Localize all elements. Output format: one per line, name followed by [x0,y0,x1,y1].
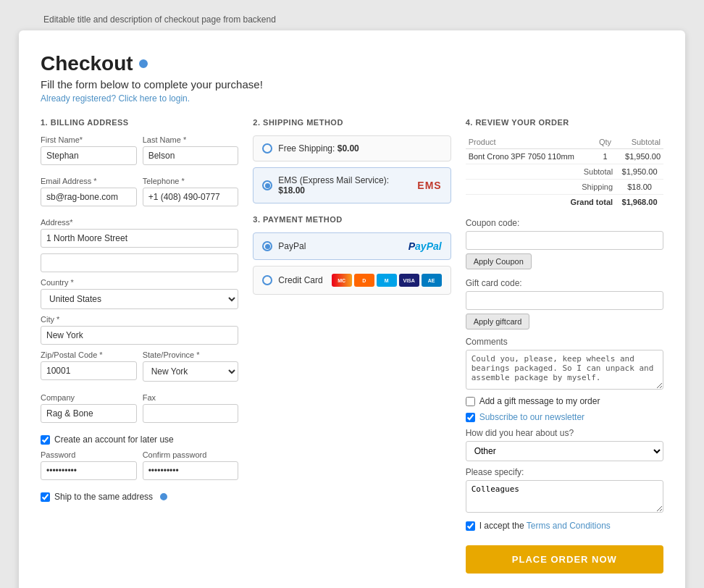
confirm-password-input[interactable] [143,461,239,480]
password-label: Password [41,450,137,459]
giftcard-section: Gift card code: Apply giftcard [466,278,663,329]
zip-input[interactable] [41,361,137,380]
password-input[interactable] [41,461,137,480]
password-group: Password [41,450,137,480]
checkout-card: Checkout Fill the form below to complete… [19,30,685,588]
comments-textarea[interactable]: Could you, please, keep wheels and beari… [466,350,663,390]
specify-label: Please specify: [466,467,663,477]
last-name-input[interactable] [143,146,239,165]
place-order-button[interactable]: PLACE ORDER NOW [466,545,663,574]
apply-giftcard-button[interactable]: Apply giftcard [466,314,530,329]
paypal-option[interactable]: PayPal PayPal [253,232,451,260]
create-account-row: Create an account for later use [41,434,238,445]
company-group: Company [41,393,137,423]
coupon-label: Coupon code: [466,218,663,228]
table-row: Bont Crono 3PF 7050 110mm 1 $1,950.00 [466,149,663,164]
free-shipping-option[interactable]: Free Shipping: $0.00 [253,135,451,161]
ship-same-row: Ship to the same address [41,492,238,502]
create-account-label: Create an account for later use [54,434,174,445]
apply-coupon-button[interactable]: Apply Coupon [466,253,532,269]
telephone-input[interactable] [143,188,239,206]
cc-icons: MC D M VISA AE [332,274,442,287]
shipping-section-title: 2. SHIPPING METHOD [253,118,451,127]
create-account-checkbox[interactable] [41,435,50,445]
zip-group: Zip/Postal Code * [41,350,137,382]
qty-col-header: Qty [595,135,616,149]
amex-icon: AE [422,274,442,287]
order-table: Product Qty Subtotal Bont Crono 3PF 7050… [466,135,663,209]
paypal-label: PayPal [278,241,306,251]
ship-same-checkbox[interactable] [41,492,50,502]
first-name-label: First Name* [41,135,137,144]
checkout-subtitle: Fill the form below to complete your pur… [41,78,663,91]
free-shipping-label: Free Shipping: $0.00 [278,143,359,154]
state-group: State/Province * New York California Tex… [143,350,239,382]
address-group: Address* [41,218,238,248]
last-name-label: Last Name * [143,135,239,144]
ems-shipping-radio[interactable] [262,180,272,190]
address-input[interactable] [41,229,238,248]
ems-shipping-option[interactable]: EMS (Express Mail Service): $18.00 EMS [253,167,451,203]
address2-input[interactable] [41,253,238,272]
email-input[interactable] [41,188,137,206]
giftcard-input[interactable] [466,291,663,310]
terms-checkbox[interactable] [466,521,475,531]
specify-textarea[interactable]: Colleagues [466,480,663,513]
grand-total-row: Grand total $1,968.00 [466,195,663,210]
ems-logo: EMS [417,180,441,191]
review-section: 4. REVIEW YOUR ORDER Product Qty Subtota… [466,118,663,574]
visa-icon: VISA [399,274,419,287]
title-indicator-icon [139,59,148,68]
sections-grid: 1. BILLING ADDRESS First Name* Last Name… [41,118,663,574]
how-label: How did you hear about us? [466,428,663,438]
address2-group [41,253,238,272]
email-label: Email Address * [41,177,137,185]
coupon-input[interactable] [466,231,663,250]
discover-icon: D [354,274,374,287]
fax-group: Fax [143,393,239,423]
terms-text: I accept the Terms and Conditions [479,521,611,531]
state-label: State/Province * [143,350,239,359]
paypal-radio[interactable] [262,241,272,251]
confirm-password-group: Confirm password [143,450,239,480]
credit-card-label: Credit Card [278,275,322,285]
credit-card-option[interactable]: Credit Card MC D M VISA AE [253,266,451,295]
grand-total-value: $1,968.00 [616,195,663,210]
name-row: First Name* Last Name * [41,135,238,171]
company-input[interactable] [41,404,137,423]
gift-message-checkbox[interactable] [466,397,475,406]
how-select[interactable]: Other Google Friend Social Media [466,441,663,461]
address-label: Address* [41,218,238,227]
subtotal-value: $1,950.00 [616,164,663,180]
shipping-payment-section: 2. SHIPPING METHOD Free Shipping: $0.00 … [253,118,451,574]
company-fax-row: Company Fax [41,393,238,429]
newsletter-checkbox[interactable] [466,413,475,422]
billing-section-title: 1. BILLING ADDRESS [41,118,238,127]
ship-same-indicator [160,493,167,500]
product-cell: Bont Crono 3PF 7050 110mm [466,149,595,164]
subtotal-cell: $1,950.00 [616,149,663,164]
grand-total-label: Grand total [466,195,616,210]
city-label: City * [41,315,238,324]
shipping-row: Shipping $18.00 [466,180,663,195]
state-select[interactable]: New York California Texas [143,361,239,382]
city-input[interactable] [41,326,238,345]
first-name-input[interactable] [41,146,137,165]
top-annotation: Editable title and description of checko… [43,14,690,25]
terms-link[interactable]: Terms and Conditions [527,521,611,531]
fax-input[interactable] [143,404,239,423]
newsletter-label: Subscribe to our newsletter [479,412,584,422]
free-shipping-radio[interactable] [262,143,272,154]
country-select[interactable]: United States Canada United Kingdom [41,289,238,309]
subtotal-row: Subtotal $1,950.00 [466,164,663,180]
country-group: Country * United States Canada United Ki… [41,278,238,309]
shipping-label: Shipping [466,180,616,195]
comments-label: Comments [466,337,663,347]
credit-card-radio[interactable] [262,275,272,285]
maestro-icon: M [377,274,397,287]
contact-row: Email Address * Telephone * [41,177,238,212]
login-link[interactable]: Already registered? Click here to login. [41,93,663,104]
page-title: Checkout [41,52,663,75]
terms-row: I accept the Terms and Conditions [466,521,663,531]
review-section-title: 4. REVIEW YOUR ORDER [466,118,663,127]
